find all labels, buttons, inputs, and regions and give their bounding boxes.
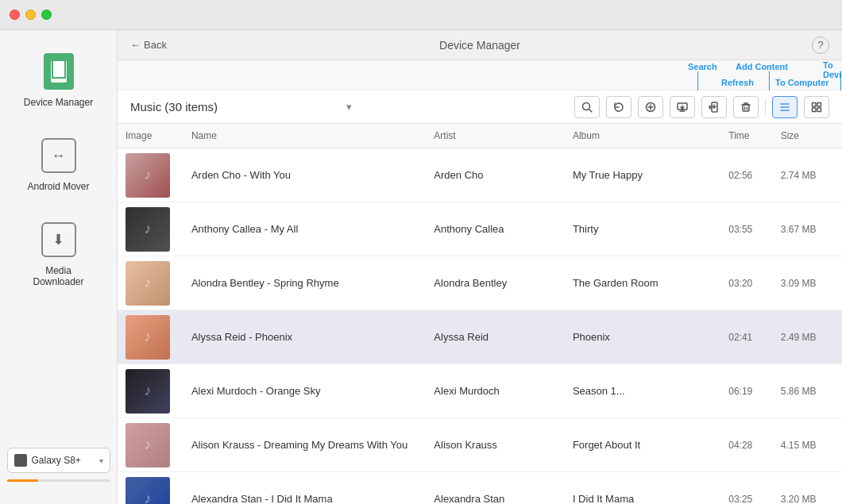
add-button[interactable] (638, 96, 663, 118)
back-arrow-icon: ← (130, 39, 141, 51)
device-storage-bar (7, 479, 110, 482)
device-name: Galaxy S8+ (32, 455, 95, 466)
cell-album: I Did It Mama (565, 472, 720, 505)
table-row[interactable]: ♪Alondra Bentley - Spring RhymeAlondra B… (118, 256, 842, 310)
sidebar-item-media-downloader[interactable]: Media Downloader (11, 214, 106, 294)
album-thumbnail: ♪ (126, 153, 170, 198)
refresh-annotation: Refresh (721, 78, 754, 87)
back-label: Back (144, 39, 167, 51)
album-thumbnail: ♪ (126, 477, 170, 505)
cell-size: 3.09 MB (773, 256, 842, 310)
sidebar: Device Manager Android Mover Media Downl… (0, 30, 118, 504)
table-container[interactable]: Image Name Artist Album Time Size ♪Arden… (118, 124, 842, 504)
cell-size: 2.74 MB (773, 148, 842, 202)
table-row[interactable]: ♪Alexi Murdoch - Orange SkyAlexi Murdoch… (118, 364, 842, 418)
svg-rect-19 (817, 102, 821, 106)
device-storage-fill (7, 479, 38, 482)
toolbar: Music (30 items) ▾ (118, 90, 842, 124)
cell-name: Alison Krauss - Dreaming My Dreams With … (183, 418, 426, 472)
cell-artist: Alexi Murdoch (426, 364, 565, 418)
to-device-annotation-line (840, 71, 841, 90)
list-view-button[interactable] (772, 96, 798, 118)
device-manager-icon (44, 53, 74, 90)
cell-time: 03:55 (720, 202, 772, 256)
cell-album: Thirty (565, 202, 720, 256)
main-content: ← Back Device Manager ? Search Add Conte… (118, 30, 842, 504)
music-table: Image Name Artist Album Time Size ♪Arden… (118, 124, 842, 504)
svg-rect-20 (813, 108, 817, 112)
cell-image: ♪ (118, 310, 183, 364)
cell-size: 5.86 MB (773, 364, 842, 418)
back-button[interactable]: ← Back (130, 39, 167, 51)
close-button[interactable] (10, 10, 20, 20)
to-device-button[interactable] (701, 96, 727, 118)
refresh-button[interactable] (606, 96, 632, 118)
album-thumbnail: ♪ (126, 369, 170, 414)
album-thumbnail: ♪ (126, 423, 170, 467)
cell-album: The Garden Room (565, 256, 720, 310)
cell-size: 2.49 MB (773, 310, 842, 364)
toolbar-separator (765, 99, 766, 115)
album-thumbnail: ♪ (126, 261, 170, 306)
grid-view-button[interactable] (804, 96, 829, 118)
svg-rect-21 (817, 108, 821, 112)
svg-rect-18 (813, 102, 817, 106)
cell-image: ♪ (118, 256, 183, 310)
sidebar-item-label-2: Android Mover (27, 181, 89, 192)
top-nav: ← Back Device Manager ? (118, 30, 842, 60)
media-downloader-icon (41, 222, 76, 257)
table-row[interactable]: ♪Alison Krauss - Dreaming My Dreams With… (118, 418, 842, 472)
device-icon (14, 454, 27, 467)
app-body: Device Manager Android Mover Media Downl… (0, 30, 842, 504)
cell-time: 03:20 (720, 256, 772, 310)
add-content-annotation-line (769, 71, 770, 90)
dropdown-icon[interactable]: ▾ (346, 101, 352, 113)
search-annotation: Search (688, 62, 717, 71)
cell-name: Alyssa Reid - Phoenix (183, 310, 426, 364)
title-bar (0, 0, 842, 30)
delete-button[interactable] (733, 96, 759, 118)
cell-size: 3.67 MB (773, 202, 842, 256)
cell-artist: Alison Krauss (426, 418, 565, 472)
album-thumbnail: ♪ (126, 315, 170, 360)
cell-artist: Arden Cho (426, 148, 565, 202)
cell-name: Arden Cho - With You (183, 148, 426, 202)
android-mover-icon (41, 138, 76, 173)
minimize-button[interactable] (25, 10, 36, 20)
sidebar-item-android-mover[interactable]: Android Mover (11, 130, 106, 198)
cell-album: Season 1... (565, 364, 720, 418)
table-row[interactable]: ♪Alyssa Reid - PhoenixAlyssa ReidPhoenix… (118, 310, 842, 364)
music-title: Music (30 items) (130, 100, 340, 113)
cell-time: 02:56 (720, 148, 772, 202)
help-button[interactable]: ? (812, 37, 829, 54)
col-header-name: Name (183, 124, 426, 148)
col-header-artist: Artist (426, 124, 565, 148)
table-header-row: Image Name Artist Album Time Size (118, 124, 842, 148)
table-row[interactable]: ♪Anthony Callea - My AllAnthony CalleaTh… (118, 202, 842, 256)
to-device-annotation: To Device (823, 60, 842, 79)
media-downloader-icon-box (40, 221, 78, 259)
cell-image: ♪ (118, 418, 183, 472)
col-header-image: Image (118, 124, 183, 148)
cell-size: 3.20 MB (773, 472, 842, 505)
cell-name: Alexandra Stan - I Did It Mama (183, 472, 426, 505)
device-selector[interactable]: Galaxy S8+ ▾ (7, 448, 110, 473)
to-computer-button[interactable] (670, 96, 695, 118)
cell-time: 04:28 (720, 418, 772, 472)
cell-album: Forget About It (565, 418, 720, 472)
svg-rect-12 (743, 105, 749, 111)
sidebar-item-device-manager[interactable]: Device Manager (11, 46, 106, 114)
col-header-size: Size (773, 124, 842, 148)
cell-image: ♪ (118, 472, 183, 505)
table-row[interactable]: ♪Arden Cho - With YouArden ChoMy True Ha… (118, 148, 842, 202)
col-header-album: Album (565, 124, 720, 148)
cell-album: My True Happy (565, 148, 720, 202)
search-button[interactable] (574, 96, 600, 118)
cell-time: 02:41 (720, 310, 772, 364)
table-row[interactable]: ♪Alexandra Stan - I Did It MamaAlexandra… (118, 472, 842, 505)
cell-name: Alexi Murdoch - Orange Sky (183, 364, 426, 418)
cell-image: ♪ (118, 148, 183, 202)
chevron-down-icon: ▾ (99, 456, 103, 465)
maximize-button[interactable] (41, 10, 52, 20)
cell-album: Phoenix (565, 310, 720, 364)
